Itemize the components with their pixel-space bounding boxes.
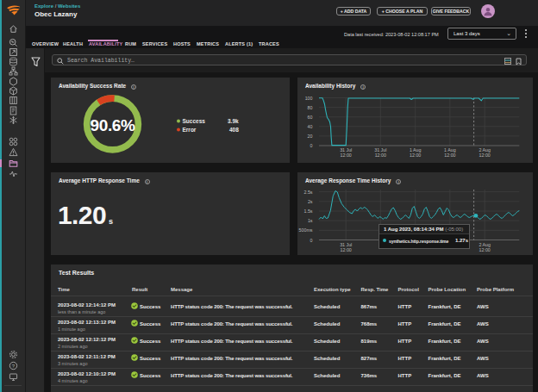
svg-text:2.5s: 2.5s [303,190,312,195]
svg-text:2s: 2s [308,199,313,204]
svg-text:20: 20 [308,134,313,139]
svg-text:0: 0 [310,143,313,148]
svg-text:1s: 1s [308,218,313,223]
svg-text:12:00: 12:00 [375,152,386,158]
svg-text:500ms: 500ms [299,227,313,233]
svg-text:12:00: 12:00 [444,152,455,158]
svg-text:60: 60 [308,115,313,120]
svg-text:12:00: 12:00 [410,152,421,158]
svg-text:0: 0 [310,238,313,243]
svg-text:12:00: 12:00 [479,247,491,252]
svg-text:12:00: 12:00 [341,152,352,158]
svg-text:100: 100 [305,96,313,101]
svg-text:80: 80 [308,105,313,110]
svg-text:12:00: 12:00 [341,247,352,252]
svg-text:1.5s: 1.5s [303,208,312,214]
svg-text:40: 40 [308,124,313,129]
svg-text:?: ? [12,363,16,368]
svg-text:12:00: 12:00 [479,152,491,158]
